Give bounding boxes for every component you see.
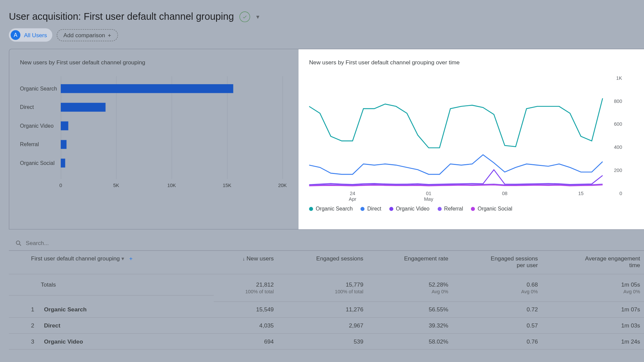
col-channel[interactable]: First user default channel grouping ▾ + xyxy=(9,251,214,274)
x-tick: 15 xyxy=(578,190,584,196)
bar-label: Direct xyxy=(20,104,61,111)
line-chart-title: New users by First user default channel … xyxy=(309,59,644,66)
bar-chart-title: New users by First user default channel … xyxy=(20,59,291,66)
bar-label: Organic Video xyxy=(20,123,61,129)
y-tick: 1K xyxy=(616,75,622,81)
legend-organic-search[interactable]: Organic Search xyxy=(309,205,353,212)
line-chart-panel: New users by First user default channel … xyxy=(299,49,644,229)
col-eng-per-user[interactable]: Engaged sessionsper user xyxy=(453,251,542,274)
totals-label: Totals xyxy=(41,281,56,288)
dot-icon xyxy=(437,207,441,211)
table-row[interactable]: 2Direct 4,035 2,967 39.32% 0.57 1m 03s 3… xyxy=(9,317,644,334)
dot-icon xyxy=(471,207,475,211)
y-tick: 0 xyxy=(620,190,622,196)
x-tick: 24Apr xyxy=(349,190,357,202)
title-dropdown[interactable]: ▼ xyxy=(255,14,261,20)
line-series[interactable] xyxy=(309,170,602,185)
y-tick: 800 xyxy=(614,98,622,104)
svg-point-1 xyxy=(16,241,20,244)
line-chart-legend: Organic Search Direct Organic Video Refe… xyxy=(309,205,644,212)
x-tick: 01May xyxy=(424,190,433,202)
add-dimension-button[interactable]: + xyxy=(129,255,132,262)
legend-organic-social[interactable]: Organic Social xyxy=(471,205,512,212)
legend-referral[interactable]: Referral xyxy=(437,205,463,212)
legend-direct[interactable]: Direct xyxy=(361,205,381,212)
totals-row: Totals 21,812100% of total 15,779100% of… xyxy=(9,274,644,302)
col-new-users[interactable]: ↓ New users xyxy=(214,251,278,274)
plus-icon: + xyxy=(108,32,111,39)
search-icon xyxy=(15,240,22,247)
bar-row[interactable]: Organic Search xyxy=(20,84,291,93)
y-tick: 200 xyxy=(614,168,622,173)
bar xyxy=(61,103,105,112)
dot-icon xyxy=(389,207,393,211)
bar-chart-panel: New users by First user default channel … xyxy=(9,49,299,229)
bar xyxy=(61,84,233,93)
line-series[interactable] xyxy=(309,155,602,174)
x-tick: 15K xyxy=(223,183,231,188)
legend-organic-video[interactable]: Organic Video xyxy=(389,205,429,212)
add-comparison-button[interactable]: Add comparison + xyxy=(57,29,118,41)
dot-icon xyxy=(361,207,365,211)
bar xyxy=(61,140,66,149)
line-series[interactable] xyxy=(309,98,602,148)
table-row[interactable]: 1Organic Search 15,549 11,276 56.55% 0.7… xyxy=(9,302,644,318)
data-table: First user default channel grouping ▾ + … xyxy=(9,251,644,350)
check-icon xyxy=(242,14,247,19)
sort-down-icon: ↓ xyxy=(243,256,245,261)
bar-row[interactable]: Referral xyxy=(20,140,291,149)
bar-row[interactable]: Organic Social xyxy=(20,159,291,167)
bar-label: Referral xyxy=(20,141,61,148)
bar-row[interactable]: Direct xyxy=(20,103,291,112)
bar-label: Organic Search xyxy=(20,85,61,92)
line-chart: 02004006008001K 24Apr01May0815 xyxy=(309,72,607,191)
segment-name: All Users xyxy=(24,32,47,39)
table-search[interactable]: Search... xyxy=(15,240,644,247)
y-tick: 600 xyxy=(614,121,622,127)
chevron-down-icon: ▾ xyxy=(121,256,124,262)
x-tick: 20K xyxy=(278,183,287,188)
col-avg-engagement[interactable]: Average engagementtime xyxy=(542,251,644,274)
dot-icon xyxy=(309,207,313,211)
bar xyxy=(61,159,65,167)
bar-chart: 05K10K15K20KOrganic SearchDirectOrganic … xyxy=(20,76,291,200)
col-engaged-sessions[interactable]: Engaged sessions xyxy=(278,251,368,274)
page-title: User acquisition: First user default cha… xyxy=(9,11,234,22)
verified-badge[interactable] xyxy=(239,11,250,22)
col-engagement-rate[interactable]: Engagement rate xyxy=(368,251,452,274)
x-tick: 0 xyxy=(59,183,62,188)
bar-label: Organic Social xyxy=(20,160,61,166)
segment-chip-all-users[interactable]: A All Users xyxy=(9,28,52,42)
table-row[interactable]: 3Organic Video 694 539 58.02% 0.76 1m 24… xyxy=(9,334,644,350)
x-tick: 08 xyxy=(502,190,507,196)
segment-letter: A xyxy=(11,30,20,40)
add-comparison-label: Add comparison xyxy=(63,32,105,39)
x-tick: 10K xyxy=(167,183,176,188)
x-tick: 5K xyxy=(113,183,119,188)
bar xyxy=(61,121,68,130)
y-tick: 400 xyxy=(614,144,622,150)
search-placeholder: Search... xyxy=(26,240,49,246)
bar-row[interactable]: Organic Video xyxy=(20,121,291,130)
